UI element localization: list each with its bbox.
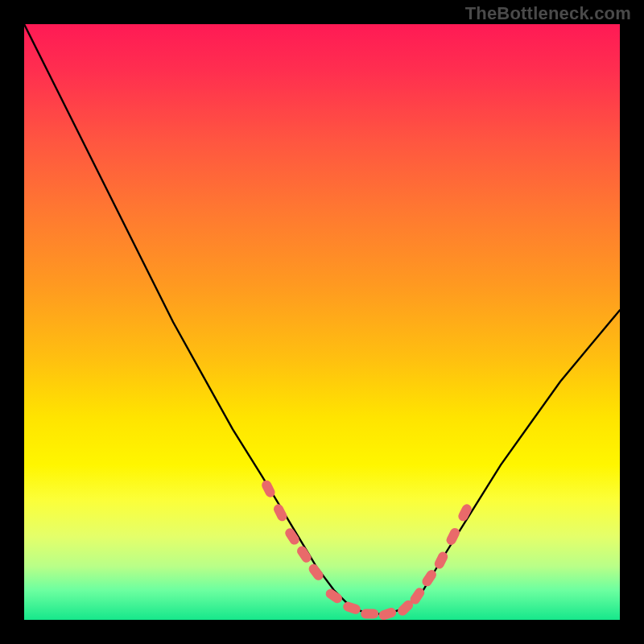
highlight-dot bbox=[295, 544, 313, 564]
highlight-dot bbox=[361, 609, 378, 619]
highlight-dot bbox=[307, 562, 325, 582]
highlight-dot bbox=[378, 606, 398, 620]
plot-svg bbox=[24, 24, 620, 620]
plot-panel bbox=[24, 24, 620, 620]
highlight-dots bbox=[260, 479, 473, 620]
chart-stage: TheBottleneck.com bbox=[0, 0, 644, 644]
watermark-text: TheBottleneck.com bbox=[465, 3, 631, 24]
highlight-dot bbox=[433, 550, 450, 570]
highlight-dot bbox=[272, 502, 289, 522]
bottleneck-curve bbox=[24, 24, 620, 614]
highlight-dot bbox=[342, 601, 362, 615]
highlight-dot bbox=[445, 526, 462, 547]
